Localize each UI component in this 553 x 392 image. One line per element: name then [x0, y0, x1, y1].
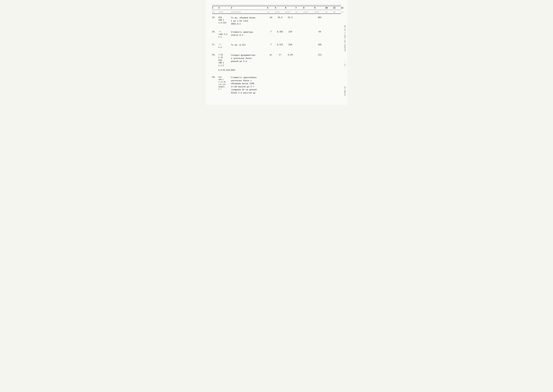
header-col-2: 2 [218, 7, 231, 9]
row-25-v9: 882 [314, 16, 325, 19]
header-col-5: 5 [275, 7, 285, 9]
table-row: 28. 7-I5I-I5ССЦТОМ Iп.2-2 Укладка фундам… [212, 53, 341, 68]
header-col-12: I2 [341, 7, 349, 9]
subheader-col-8: ———— [303, 11, 314, 13]
header-col-8: 8 [303, 7, 314, 9]
row-28-desc: Укладка фундаментныхи цокольных балокдли… [231, 54, 267, 63]
table-row: 27. –"–п.3 То же, А-III Т 0,42I 250 IO5 [212, 42, 341, 50]
table-header: I 2 3 4 5 6 7 8 9 IO II I2 [212, 6, 341, 10]
row-26-num: 26. [212, 31, 218, 33]
row-26-v9: 69 [314, 31, 325, 33]
row-25-desc: То же, объемом болееI до 4 м3 типаIФI8.8… [231, 16, 267, 26]
row-28-v5: I7 [275, 54, 285, 56]
row-26-v6: 229 [285, 31, 295, 33]
subheader-col-11: —— [333, 11, 341, 13]
subheader-col-4: —— [267, 11, 275, 13]
row-29-num: 29. [212, 76, 218, 78]
row-26-unit: Т [267, 31, 275, 33]
row-28-unit: шт [267, 54, 275, 56]
row-27-unit: Т [267, 43, 275, 46]
side-label-album: альбом XVI 810-1-13.86 [344, 25, 346, 51]
row-28-num: 28. [212, 54, 218, 56]
side-label-doc-num: 21598-19 [344, 86, 346, 96]
header-col-3: 3 [231, 7, 267, 9]
row-27-desc: То же, А-III [231, 43, 267, 47]
row-27-ref: –"–п.3 [218, 43, 231, 49]
row-29-desc: Стоимость однослойныхцокольных балок соб… [231, 76, 267, 94]
subheader-col-2: ———— [218, 11, 231, 13]
subheader-col-3: ———————— [231, 11, 267, 13]
subheader-col-1: —— [212, 11, 218, 13]
page: альбом XVI 810-1-13.86 – 17 – 21598-19 I… [206, 0, 347, 105]
subheader-col-5: ———— [275, 11, 285, 13]
header-col-6: 6 [285, 7, 295, 9]
subheader-col-12: —— [341, 11, 349, 13]
row-28-formula: 6,5+2I,9x0,0042 [218, 69, 341, 71]
header-col-1: I [212, 7, 218, 9]
row-28-ref: 7-I5I-I5ССЦТОМ Iп.2-2 [218, 54, 231, 67]
row-25-v6: 52,5 [285, 16, 295, 19]
row-28-v9: II2 [314, 54, 325, 56]
table-row: 29. ССЦТОМ Iп.II-36стр.II4примеч.п.7 Сто… [212, 75, 341, 95]
header-col-10: IO [325, 7, 333, 9]
row-27-v9: IO5 [314, 43, 325, 46]
header-col-9: 9 [314, 7, 325, 9]
subheader-col-10: —— [325, 11, 333, 13]
header-col-7: 7 [295, 7, 303, 9]
subheader-col-9: ———— [314, 11, 325, 13]
row-26-ref: –"–табл.3.3п.I [218, 31, 231, 38]
side-label-page-num: – 17 – [344, 61, 346, 69]
table-row: 26. –"–табл.3.3п.I Стоимость арматурыкла… [212, 30, 341, 39]
row-25-ref: ССЦТОМ Iп.9-I24 [218, 16, 231, 24]
row-26-v5: 0,302 [275, 31, 285, 33]
row-25-num: 25. [212, 16, 218, 19]
header-col-11: II [333, 7, 341, 9]
row-27-v6: 250 [285, 43, 295, 46]
row-28-v6: 6,59 [285, 54, 295, 56]
row-29-ref: ССЦТОМ Iп.II-36стр.II4примеч.п.7 [218, 76, 231, 91]
subheader-col-7: —— [295, 11, 303, 13]
row-26-desc: Стоимость арматурыкласса А-I [231, 31, 267, 37]
subheader-col-6: ———— [285, 11, 295, 13]
row-27-v5: 0,42I [275, 43, 285, 46]
row-25-v5: I6,8 [275, 16, 285, 19]
table-row: 25. ССЦТОМ Iп.9-I24 То же, объемом более… [212, 15, 341, 27]
header-col-4: 4 [267, 7, 275, 9]
row-25-unit: м3 [267, 16, 275, 19]
row-27-num: 27. [212, 43, 218, 46]
table-subheader: —— ———— ———————— —— ———— ———— —— ———— ——… [212, 11, 341, 14]
